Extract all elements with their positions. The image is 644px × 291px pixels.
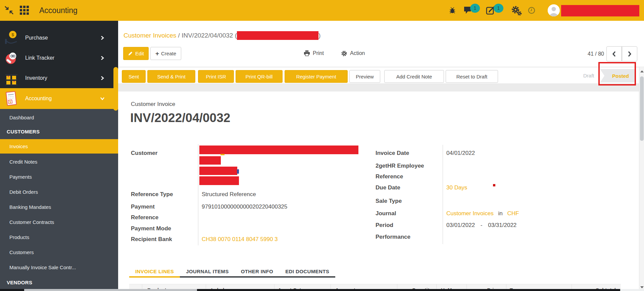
sidebar-item-banking-mandates[interactable]: Banking Mandates (0, 201, 118, 213)
add-credit-note-button[interactable]: Add Credit Note (384, 70, 444, 83)
print-isr-button[interactable]: Print ISR (198, 70, 234, 83)
notebook-tabs: INVOICE LINES JOURNAL ITEMS OTHER INFO E… (129, 267, 335, 278)
activities-badge[interactable]: 1 (494, 4, 503, 13)
gear-icon (341, 50, 347, 57)
settings-gears-icon[interactable] (511, 5, 522, 16)
breadcrumb-parent-link[interactable]: Customer Invoices (123, 32, 176, 39)
preview-button[interactable]: Preview (349, 70, 380, 83)
pager-next-button[interactable] (622, 46, 637, 61)
sidebar-item-link-tracker[interactable]: Link Tracker (0, 48, 118, 68)
sidebar-item-label: Purchase (25, 28, 48, 48)
payment-reference-value: 979101000000000020220400325 (202, 201, 287, 212)
svg-text:$: $ (11, 32, 14, 37)
journal-link[interactable]: Customer Invoices (446, 210, 494, 217)
chevron-down-icon (100, 96, 105, 101)
customer-field-label: Customer (131, 148, 181, 159)
topbar: Accounting 1 1 (0, 0, 644, 21)
sidebar-item-label: Link Tracker (25, 48, 54, 68)
employee-reference-field-label: 2getHR Employee Reference (376, 161, 438, 182)
sale-type-field-label: Sale Type (376, 196, 438, 207)
recipient-bank-link[interactable]: CH38 0070 0114 8047 5990 3 (202, 236, 278, 242)
register-payment-button[interactable]: Register Payment (285, 70, 348, 83)
reference-type-field-label: Reference Type (131, 189, 181, 200)
sidebar-item-manually-invoice-sale-contracts[interactable]: Manually Invoice Sale Contr... (0, 261, 118, 274)
recipient-bank-field-label: Recipient Bank (131, 234, 181, 245)
send-and-print-button[interactable]: Send & Print (147, 70, 195, 83)
sidebar-item-accounting[interactable]: $ Accounting (0, 88, 118, 109)
invoice-date-value: 04/01/2022 (446, 148, 475, 159)
apps-grid-icon[interactable] (20, 6, 30, 15)
messages-badge[interactable]: 1 (470, 4, 480, 13)
reference-type-value: Structured Reference (202, 189, 256, 200)
content-divider-band (118, 84, 644, 92)
link-tracker-icon (4, 51, 19, 65)
pager-previous-button[interactable] (606, 46, 622, 61)
vertical-scrollbar-thumb[interactable] (640, 76, 644, 141)
create-button[interactable]: + Create (150, 47, 181, 60)
print-button[interactable]: Print (304, 49, 324, 57)
redaction-block-customer-address-1 (199, 156, 221, 165)
scroll-down-arrow-icon[interactable] (640, 286, 644, 288)
field-separator-line (443, 145, 443, 244)
purchase-icon: $ (4, 30, 19, 46)
period-dash: - (481, 222, 483, 228)
breadcrumb: Customer Invoices / INV/2022/04/0032 () (123, 31, 320, 40)
payment-reference-field-label: Payment Reference (131, 201, 181, 223)
scroll-up-arrow-icon[interactable] (640, 70, 644, 72)
sidebar-item-invoices[interactable]: Invoices (0, 139, 118, 154)
period-field-label: Period (376, 220, 438, 231)
bug-icon[interactable] (449, 6, 456, 14)
redaction-artifact-link-underline (220, 154, 225, 155)
print-qr-bill-button[interactable]: Print QR-bill (236, 70, 283, 83)
sidebar-item-purchase[interactable]: $ Purchase (0, 28, 118, 48)
sidebar-item-debit-orders[interactable]: Debit Orders (0, 186, 118, 198)
horizontal-scrollbar[interactable] (0, 289, 644, 291)
invoice-form-sheet: Customer Invoice INV/2022/04/0032 Custom… (118, 92, 639, 291)
accounting-icon: $ (4, 90, 19, 107)
compress-icon[interactable] (4, 6, 14, 15)
user-silhouette-icon (548, 4, 560, 16)
sidebar-item-label: Inventory (25, 68, 47, 88)
redaction-artifact-text-sliver (237, 169, 239, 174)
pager-value[interactable]: 41 / 80 (575, 46, 604, 61)
reset-to-draft-button[interactable]: Reset to Draft (446, 70, 498, 83)
sidebar-scrollbar-thumb[interactable] (113, 67, 118, 111)
state-draft[interactable]: Draft (583, 67, 594, 84)
app-title: Accounting (39, 0, 78, 21)
sidebar-item-customer-contracts[interactable]: Customer Contracts (0, 216, 118, 228)
clock-icon[interactable] (528, 6, 536, 14)
sidebar-item-dashboard[interactable]: Dashboard (0, 112, 118, 124)
sidebar-item-products[interactable]: Products (0, 231, 118, 243)
annotation-red-box (598, 62, 636, 85)
action-button[interactable]: Action (341, 49, 365, 57)
sent-button[interactable]: Sent (122, 70, 146, 83)
sidebar-item-credit-notes[interactable]: Credit Notes (0, 156, 118, 168)
field-separator-line (198, 144, 198, 245)
sidebar-item-inventory[interactable]: Inventory (0, 68, 118, 88)
svg-text:$: $ (9, 100, 11, 104)
currency-link[interactable]: CHF (507, 210, 519, 217)
scrollbar-corner (620, 289, 644, 291)
due-date-link[interactable]: 30 Days (446, 184, 467, 191)
performance-field-label: Performance (376, 232, 438, 242)
period-end-value: 03/31/2022 (488, 222, 516, 228)
sidebar-item-customers[interactable]: Customers (0, 246, 118, 258)
edit-button[interactable]: Edit (123, 47, 149, 60)
tab-journal-items[interactable]: JOURNAL ITEMS (180, 267, 235, 278)
redaction-block-customer-address-3 (199, 176, 239, 185)
breadcrumb-paren-open: ( (233, 32, 237, 39)
redaction-block-customer-address-2 (199, 167, 237, 175)
sidebar-item-payments[interactable]: Payments (0, 171, 118, 183)
tab-invoice-lines[interactable]: INVOICE LINES (129, 267, 180, 278)
sidebar: $ Purchase Link Tracker (0, 21, 118, 291)
tab-other-info[interactable]: OTHER INFO (235, 267, 280, 278)
due-date-field-label: Due Date (376, 182, 438, 193)
avatar[interactable] (548, 4, 560, 16)
vertical-scrollbar[interactable] (639, 67, 644, 291)
create-button-label: Create (161, 51, 176, 56)
annotation-red-dot (493, 184, 495, 186)
tab-edi-documents[interactable]: EDI DOCUMENTS (279, 267, 335, 278)
horizontal-scrollbar-thumb[interactable] (24, 289, 197, 291)
chevron-right-icon (100, 76, 105, 80)
breadcrumb-separator: / (176, 32, 182, 39)
